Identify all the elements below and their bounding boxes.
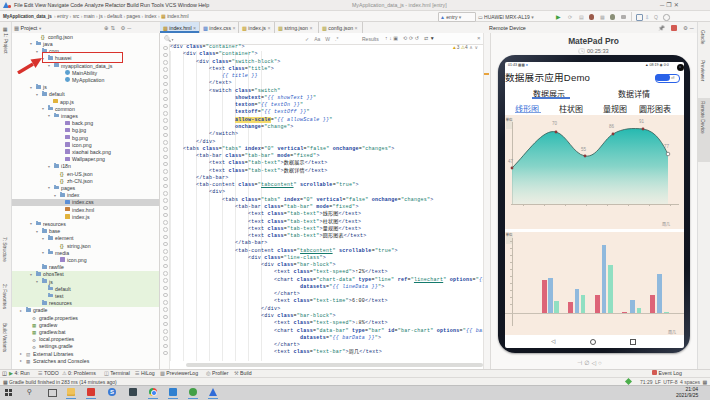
svg-text:55: 55	[581, 147, 587, 152]
svg-text:86: 86	[609, 124, 615, 129]
svg-text:77: 77	[664, 144, 670, 149]
svg-text:47: 47	[508, 159, 514, 164]
svg-text:91: 91	[639, 119, 645, 124]
svg-text:70: 70	[552, 121, 558, 126]
